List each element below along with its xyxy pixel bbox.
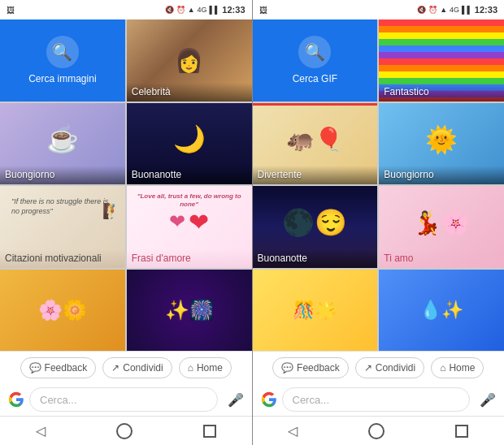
- home-button-left[interactable]: ⌂ Home: [179, 357, 232, 378]
- cell-cerca-gif[interactable]: 🔍 Cerca GIF: [253, 19, 378, 102]
- feedback-icon-right: 💬: [281, 362, 293, 374]
- grid-right: 🔍 Cerca GIF Fantastico 🦛🎈 Divertente 🌞 B…: [253, 19, 505, 351]
- cell-buonanotte-moon2[interactable]: 🌑😌 Buonanotte: [253, 186, 378, 268]
- google-logo-right: [261, 391, 277, 408]
- action-bar-left: 💬 Feedback ↗ Condividi ⌂ Home: [0, 351, 252, 383]
- cell-partial-fireworks[interactable]: ✨🎆: [127, 270, 252, 352]
- home-nav-icon-left[interactable]: [116, 423, 133, 439]
- nav-bar-right: ◁: [253, 416, 505, 445]
- home-icon-left: ⌂: [188, 362, 193, 374]
- cell-label-buonanotte-moon2: Buonanotte: [253, 249, 378, 268]
- feedback-button-right[interactable]: 💬 Feedback: [272, 357, 349, 378]
- cell-divertente[interactable]: 🦛🎈 Divertente: [253, 103, 378, 185]
- home-icon-right: ⌂: [440, 362, 445, 374]
- share-icon-right: ↗: [364, 362, 372, 374]
- search-circle-left: 🔍: [46, 36, 79, 68]
- signal-icon: 4G: [198, 6, 207, 14]
- signal-icon-right: 4G: [450, 6, 459, 14]
- search-icon-left: 🔍: [52, 42, 72, 62]
- yellow-partial-bg: 🎊🌟: [253, 270, 378, 352]
- search-circle-right: 🔍: [298, 36, 331, 68]
- cell-partial-blue[interactable]: 💧✨: [379, 270, 504, 352]
- time-left: 12:33: [222, 5, 245, 15]
- status-bar-right: 🖼 🔇 ⏰ ▲ 4G ▌▌ 12:33: [253, 0, 505, 19]
- search-placeholder-left: Cerca...: [40, 394, 77, 406]
- nav-bar-left: ◁: [0, 416, 252, 445]
- search-placeholder-right: Cerca...: [293, 394, 330, 406]
- cell-partial-flowers[interactable]: 🌸🌼: [0, 270, 125, 352]
- notification-icon-right: 🖼: [259, 6, 267, 15]
- share-icon-left: ↗: [111, 362, 119, 374]
- home-label-left: Home: [197, 362, 223, 374]
- status-left-icons-right: 🖼: [259, 6, 267, 15]
- cell-label-cerca-gif: Cerca GIF: [289, 73, 341, 84]
- sync-icon-right: ▲: [440, 6, 447, 14]
- cell-fantastico[interactable]: Fantastico: [379, 19, 504, 102]
- status-right-right: 🔇 ⏰ ▲ 4G ▌▌ 12:33: [417, 5, 497, 15]
- alarm-icon: ⏰: [176, 6, 185, 14]
- cell-label-buongiorno-sun: Buongiorno: [379, 166, 504, 184]
- search-input-right[interactable]: Cerca...: [282, 387, 471, 412]
- wifi-bars: ▌▌: [210, 6, 220, 14]
- cell-buongiorno-sun[interactable]: 🌞 Buongiorno: [379, 103, 504, 185]
- red-indicator: [253, 103, 378, 106]
- mic-icon-right[interactable]: 🎤: [480, 392, 496, 408]
- search-input-left[interactable]: Cerca...: [29, 387, 218, 412]
- blue-partial-bg: 💧✨: [379, 270, 504, 352]
- search-bar-right: Cerca... 🎤: [253, 383, 505, 416]
- recents-icon-left[interactable]: [203, 425, 216, 438]
- cell-label-fantastico: Fantastico: [379, 83, 504, 102]
- heart-icon-2: ❤: [189, 208, 209, 236]
- sync-icon: ▲: [188, 6, 195, 14]
- feedback-icon-left: 💬: [29, 362, 41, 374]
- cell-label-cerca-immagini: Cerca immagini: [25, 73, 99, 84]
- search-icon-right: 🔍: [305, 42, 325, 62]
- grid-left: 🔍 Cerca immagini 👩 Celebrità ☕ Buongiorn…: [0, 19, 252, 351]
- feedback-label-right: Feedback: [297, 362, 340, 374]
- cell-label-citazioni: Citazioni motivazionali: [0, 249, 125, 268]
- cell-partial-yellow[interactable]: 🎊🌟: [253, 270, 378, 352]
- cell-label-divertente: Divertente: [253, 166, 378, 184]
- cell-label-celebrita: Celebrità: [127, 83, 252, 102]
- mic-icon-left[interactable]: 🎤: [228, 392, 244, 408]
- home-nav-icon-right[interactable]: [368, 423, 385, 439]
- heart-icon-1: ❤: [169, 210, 185, 233]
- cell-label-buongiorno-mug: Buongiorno: [0, 166, 125, 184]
- mute-icon: 🔇: [165, 6, 174, 14]
- love-quote-text: "Love all, trust a few, do wrong to none…: [127, 192, 252, 210]
- status-bar-left: 🖼 🔇 ⏰ ▲ 4G ▌▌ 12:33: [0, 0, 252, 19]
- feedback-label-left: Feedback: [45, 362, 88, 374]
- cell-frasi-amore[interactable]: ❤ ❤ "Love all, trust a few, do wrong to …: [127, 186, 252, 268]
- cell-cerca-immagini[interactable]: 🔍 Cerca immagini: [0, 19, 125, 102]
- right-panel: 🖼 🔇 ⏰ ▲ 4G ▌▌ 12:33 🔍 Cerca GIF Fantasti…: [253, 0, 505, 445]
- google-logo-left: [8, 391, 24, 408]
- search-bar-left: Cerca... 🎤: [0, 383, 252, 416]
- fireworks-bg: ✨🎆: [127, 270, 252, 352]
- notification-icon: 🖼: [7, 6, 15, 15]
- home-button-right[interactable]: ⌂ Home: [431, 357, 484, 378]
- feedback-button-left[interactable]: 💬 Feedback: [20, 357, 97, 378]
- condividi-button-left[interactable]: ↗ Condividi: [102, 357, 172, 378]
- back-icon-left[interactable]: ◁: [36, 423, 46, 439]
- cell-buongiorno-mug[interactable]: ☕ Buongiorno: [0, 103, 125, 185]
- wifi-bars-right: ▌▌: [462, 6, 472, 14]
- cell-tiamo[interactable]: 💃🌸 Ti amo: [379, 186, 504, 268]
- back-icon-right[interactable]: ◁: [288, 423, 298, 439]
- condividi-label-right: Condividi: [376, 362, 415, 374]
- cell-label-tiamo: Ti amo: [379, 249, 504, 268]
- recents-icon-right[interactable]: [455, 425, 468, 438]
- cell-buonanotte-moon[interactable]: 🌙 Buonanotte: [127, 103, 252, 185]
- cell-celebrita[interactable]: 👩 Celebrità: [127, 19, 252, 102]
- alarm-icon-right: ⏰: [428, 6, 437, 14]
- action-bar-right: 💬 Feedback ↗ Condividi ⌂ Home: [253, 351, 505, 383]
- climber-icon: 🧗: [102, 202, 120, 220]
- condividi-button-right[interactable]: ↗ Condividi: [355, 357, 424, 378]
- flowers-bg: 🌸🌼: [0, 270, 125, 352]
- condividi-label-left: Condividi: [123, 362, 163, 374]
- cell-citazioni[interactable]: "If there is no struggle there is no pro…: [0, 186, 125, 268]
- status-left-icons: 🖼: [7, 6, 15, 15]
- cell-label-frasi: Frasi d'amore: [127, 249, 252, 268]
- time-right: 12:33: [475, 5, 497, 15]
- home-label-right: Home: [449, 362, 475, 374]
- cell-label-buonanotte-moon: Buonanotte: [127, 166, 252, 184]
